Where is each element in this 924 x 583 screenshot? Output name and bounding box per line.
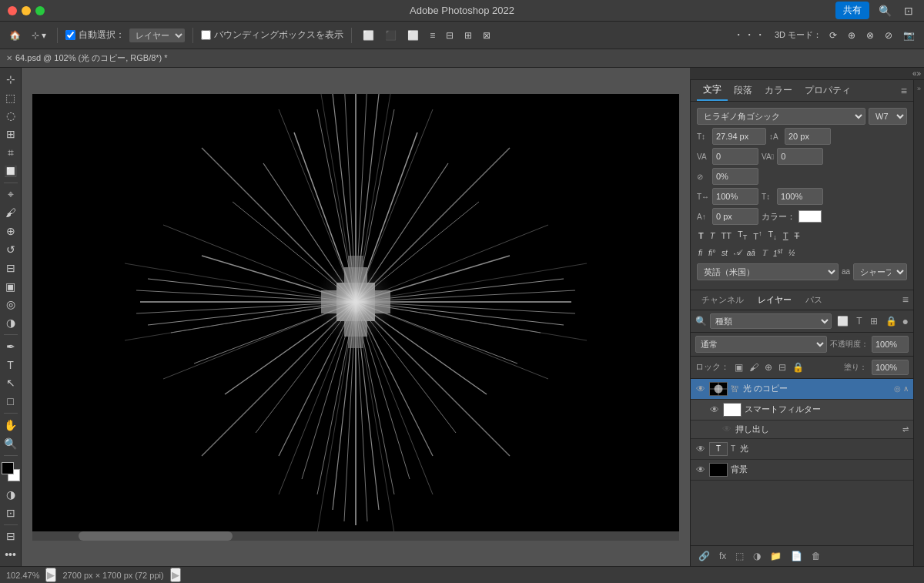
canvas-scrollbar[interactable]: [32, 531, 679, 541]
eyedropper-tool[interactable]: 🔲: [2, 163, 20, 179]
antialias-select[interactable]: シャープ: [853, 263, 907, 280]
move-tool[interactable]: ⊹: [2, 71, 20, 88]
align-center-button[interactable]: ⬛: [382, 28, 400, 42]
layers-tab[interactable]: レイヤー: [752, 292, 798, 308]
stamp-tool[interactable]: ⊕: [2, 223, 20, 240]
crop-tool[interactable]: ⌗: [2, 144, 20, 161]
baseline-field[interactable]: [712, 208, 758, 225]
layers-panel-menu-btn[interactable]: ≡: [902, 293, 909, 306]
tab-properties[interactable]: プロパティ: [798, 81, 857, 100]
layer-item-kopi[interactable]: 👁 智 光 のコピー ◎ ∧: [691, 379, 913, 400]
v-scale-field[interactable]: [777, 188, 823, 205]
filter-toggle[interactable]: ●: [902, 315, 909, 327]
distribute4-button[interactable]: ⊠: [480, 28, 494, 42]
scrollbar-thumb[interactable]: [79, 531, 233, 541]
h-scale-field[interactable]: [712, 188, 758, 205]
kerning-field[interactable]: [712, 148, 758, 165]
underline-btn[interactable]: T: [782, 228, 790, 243]
language-select[interactable]: 英語（米国）: [697, 263, 839, 280]
bold-btn[interactable]: T: [697, 228, 705, 243]
font-family-select[interactable]: ヒラギノ角ゴシック: [697, 108, 865, 125]
threed-btn-1[interactable]: ⟳: [826, 28, 840, 42]
oshi-options-btn[interactable]: ⇌: [902, 425, 909, 434]
path-select-tool[interactable]: ↖: [2, 375, 20, 392]
lock-transparent-btn[interactable]: ▣: [734, 361, 744, 374]
dodge-tool[interactable]: ◑: [2, 314, 20, 331]
filter-pixel-btn[interactable]: ⬜: [835, 315, 851, 327]
pen-tool[interactable]: ✒: [2, 338, 20, 355]
font-size-field[interactable]: [712, 128, 766, 145]
lock-artboard-btn[interactable]: ⊟: [778, 361, 787, 374]
eye-light[interactable]: 👁: [695, 444, 706, 454]
color-swatch[interactable]: [798, 210, 822, 223]
auto-select-checkbox[interactable]: [65, 30, 75, 40]
distribute3-button[interactable]: ⊞: [461, 28, 475, 42]
liga8-btn[interactable]: ½: [787, 246, 796, 260]
select-tool[interactable]: ⬚: [2, 89, 20, 106]
liga7-btn[interactable]: 1st: [772, 246, 784, 260]
liga5-btn[interactable]: aā: [745, 246, 757, 260]
more-tools-btn[interactable]: •••: [2, 546, 20, 563]
hand-tool[interactable]: ✋: [2, 417, 20, 434]
move-tool-button[interactable]: ⊹ ▾: [28, 28, 49, 42]
leading-field[interactable]: [785, 128, 831, 145]
tab-character[interactable]: 文字: [697, 80, 728, 101]
allcaps-btn[interactable]: TT: [719, 228, 732, 243]
quick-mask-btn[interactable]: ◑: [2, 486, 20, 503]
zoom-tool[interactable]: 🔍: [2, 435, 20, 452]
object-select-tool[interactable]: ⊞: [2, 126, 20, 142]
shape-tool[interactable]: □: [2, 393, 20, 410]
align-left-button[interactable]: ⬜: [360, 28, 377, 42]
add-mask-btn[interactable]: ⬚: [732, 549, 747, 563]
font-weight-select[interactable]: W7: [869, 108, 907, 125]
layer-type-dropdown[interactable]: レイヤー: [129, 28, 185, 42]
close-button[interactable]: [8, 6, 17, 15]
heal-tool[interactable]: ⌖: [2, 186, 20, 203]
share-button[interactable]: 共有: [835, 2, 869, 19]
eye-bg[interactable]: 👁: [695, 464, 706, 475]
strikethrough-btn[interactable]: T: [793, 228, 802, 243]
filter-type-select[interactable]: 種類: [710, 313, 832, 329]
threed-btn-3[interactable]: ⊗: [863, 28, 877, 42]
new-group-btn[interactable]: 📁: [767, 549, 785, 563]
add-style-btn[interactable]: fx: [716, 549, 729, 563]
camera-btn[interactable]: 📷: [900, 28, 918, 42]
italic-btn[interactable]: T: [708, 228, 717, 243]
maximize-button[interactable]: [35, 6, 45, 15]
paths-tab[interactable]: パス: [799, 292, 829, 308]
lock-pixels-btn[interactable]: 🖌: [748, 361, 759, 374]
eraser-tool[interactable]: ⊟: [2, 260, 20, 276]
add-adjustment-btn[interactable]: ◑: [750, 549, 764, 563]
opacity-field[interactable]: [872, 336, 909, 353]
show-bounds-checkbox[interactable]: [201, 30, 211, 40]
link-layers-btn[interactable]: 🔗: [695, 549, 713, 563]
tab-paragraph[interactable]: 段落: [728, 81, 758, 100]
filter-adj-btn[interactable]: T: [854, 315, 864, 327]
search-icon[interactable]: 🔍: [875, 3, 895, 18]
status-arrow-btn[interactable]: ▶: [45, 568, 56, 582]
screen-mode-btn[interactable]: ⊡: [2, 504, 20, 521]
history-brush-tool[interactable]: ↺: [2, 241, 20, 258]
delete-layer-btn[interactable]: 🗑: [808, 549, 824, 563]
canvas-area[interactable]: [22, 68, 690, 566]
home-button[interactable]: 🏠: [6, 28, 24, 42]
lasso-tool[interactable]: ◌: [2, 108, 20, 125]
distribute-button[interactable]: ≡: [427, 28, 438, 42]
foreground-color[interactable]: [2, 462, 14, 474]
right-collapse-btn[interactable]: »: [916, 83, 922, 94]
liga6-btn[interactable]: 𝕋: [760, 246, 768, 260]
layer-item-bg[interactable]: 👁 背景: [691, 460, 913, 481]
threed-btn-4[interactable]: ⊘: [882, 28, 896, 42]
blur-tool[interactable]: ◎: [2, 296, 20, 313]
document-tab-name[interactable]: 64.psd @ 102% (光 のコピー, RGB/8*) *: [15, 52, 168, 64]
subscript-btn[interactable]: T↓: [767, 228, 778, 243]
liga2-btn[interactable]: fi°: [707, 246, 717, 260]
tracking-field[interactable]: [777, 148, 823, 165]
layer-item-smart-filter[interactable]: 👁 スマートフィルター: [691, 400, 913, 420]
align-right-button[interactable]: ⬜: [404, 28, 422, 42]
eye-oshi[interactable]: 👁: [721, 424, 732, 434]
doc-tab-close[interactable]: ✕: [6, 54, 12, 62]
proportion-field[interactable]: [712, 168, 758, 185]
lock-position-btn[interactable]: ⊕: [764, 361, 773, 374]
tab-color[interactable]: カラー: [758, 81, 798, 100]
